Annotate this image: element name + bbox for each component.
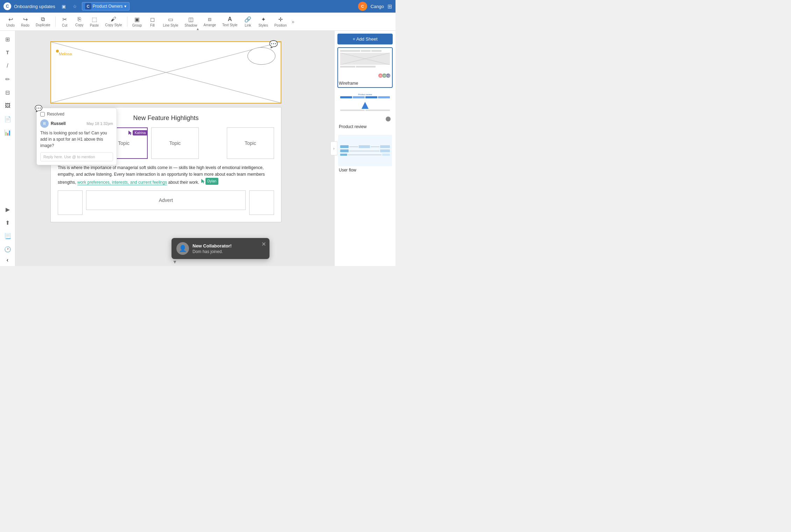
collapse-right-button[interactable]: › [330, 141, 337, 155]
sidebar-history-icon[interactable]: 🕐 [2, 244, 13, 255]
comment-timestamp: May 18 1:32pm [86, 121, 113, 126]
sidebar-grid-icon[interactable]: ⊟ [2, 87, 13, 98]
sidebar-layers-icon[interactable]: ⊞ [2, 34, 13, 45]
notification-text: New Collaborator! Dom has joined. [192, 243, 265, 254]
comment-popup: 💬 Resolved R Russell May 18 1:32pm This … [36, 108, 117, 165]
image-ellipse [247, 47, 275, 65]
undo-icon: ↩ [8, 16, 13, 23]
comment-author-name: Russell [51, 121, 66, 126]
dylan-cursor-arrow [201, 179, 205, 184]
comment-reply-input[interactable]: Reply here. Use @ to mention [40, 152, 113, 161]
sidebar-pen-icon[interactable]: ✏ [2, 74, 13, 85]
link-icon: 🔗 [244, 16, 251, 23]
sidebar-export-icon[interactable]: ⬆ [2, 217, 13, 228]
redo-button[interactable]: ↪ Redo [18, 15, 32, 29]
bottom-content-row: Advert [58, 190, 274, 215]
position-button[interactable]: ✛ Position [272, 15, 290, 29]
group-button[interactable]: ▣ Group [130, 15, 145, 29]
sheet-thumb-user-flow[interactable]: User flow [337, 134, 393, 175]
toolbar: ↩ Undo ↪ Redo ⧉ Duplicate ✂ Cut ⎘ Copy ⬚… [0, 13, 396, 31]
topic-1-label: Topic [118, 140, 130, 146]
topic-box-3[interactable]: Topic [227, 127, 274, 159]
feature-text-after: about their work. [167, 180, 199, 185]
line-style-button[interactable]: ▭ Line Style [160, 15, 181, 29]
feature-text-highlight: work preferences, interests, and current… [77, 180, 167, 185]
topic-3-label: Topic [245, 140, 256, 146]
topic-2-label: Topic [169, 140, 181, 146]
sidebar-chart-icon[interactable]: 📊 [2, 127, 13, 138]
user-avatar[interactable]: C [358, 2, 367, 11]
new-collaborator-notification: 👤 New Collaborator! Dom has joined. ✕ [172, 238, 270, 259]
copy-icon: ⎘ [78, 16, 81, 22]
team-selector[interactable]: C Product Owners ▾ [82, 2, 130, 10]
canvas-bottom-chevron[interactable]: ▼ [173, 259, 177, 265]
team-caret: ▾ [124, 4, 126, 9]
username: Cango [371, 4, 384, 9]
link-button[interactable]: 🔗 Link [241, 15, 255, 29]
share-icon[interactable]: ▣ [59, 2, 68, 10]
left-side-column [58, 190, 83, 215]
fill-button[interactable]: ◻ Fill [145, 15, 159, 29]
arrange-button[interactable]: ⧇ Arrange [201, 15, 219, 28]
cut-button[interactable]: ✂ Cut [58, 15, 72, 29]
sidebar-page-icon[interactable]: 📃 [2, 230, 13, 241]
toolbar-more-button[interactable]: » [290, 18, 296, 26]
team-name: Product Owners [93, 4, 123, 9]
app-logo[interactable]: C [4, 2, 11, 10]
sidebar-play-icon[interactable]: ▶ [2, 204, 13, 215]
wireframe-thumbnail-image: A B +2 [338, 48, 392, 79]
sheet-thumb-wireframe[interactable]: A B +2 Wireframe [337, 47, 393, 88]
arrange-label: Arrange [204, 23, 216, 27]
add-sheet-button[interactable]: + Add Sheet [337, 34, 393, 44]
notification-close-button[interactable]: ✕ [261, 241, 266, 247]
toolbar-collapse-chevron[interactable]: ▲ [194, 27, 201, 30]
sidebar-line-icon[interactable]: / [2, 60, 13, 71]
canvas-area[interactable]: 💬 Melissa New Feature Highlights [15, 31, 334, 266]
svg-marker-2 [128, 131, 132, 135]
sidebar-text-icon[interactable]: T [2, 47, 13, 58]
text-style-button[interactable]: A Text Style [219, 15, 240, 28]
redo-label: Redo [21, 23, 29, 27]
undo-button[interactable]: ↩ Undo [4, 15, 18, 29]
fill-icon: ◻ [150, 16, 155, 23]
sidebar-image-icon[interactable]: 🖼 [2, 100, 13, 111]
styles-label: Styles [258, 23, 268, 27]
shadow-button[interactable]: ◫ Shadow [182, 15, 200, 29]
copy-button[interactable]: ⎘ Copy [72, 15, 86, 28]
topic-box-2[interactable]: Topic [151, 127, 198, 159]
user-flow-sheet-label: User flow [338, 166, 392, 174]
katrina-cursor: Katrina [128, 130, 148, 135]
group-icon: ▣ [134, 16, 140, 23]
copy-style-button[interactable]: 🖌 Copy Style [102, 15, 125, 28]
right-side-column [249, 190, 274, 215]
resolved-checkbox[interactable] [40, 112, 45, 117]
duplicate-button[interactable]: ⧉ Duplicate [33, 15, 53, 28]
copy-style-label: Copy Style [105, 23, 122, 27]
position-icon: ✛ [278, 16, 283, 23]
katrina-cursor-arrow [128, 131, 132, 135]
katrina-badge: Katrina [133, 130, 148, 135]
wireframe-image-box[interactable]: Melissa [50, 41, 281, 104]
comment-icon-wireframe[interactable]: 💬 [269, 40, 278, 48]
star-icon[interactable]: ☆ [71, 2, 79, 10]
right-panel: › + Add Sheet [334, 31, 396, 266]
notification-subtitle: Dom has joined. [192, 249, 265, 254]
product-review-thumbnail-image: Product review [338, 91, 392, 123]
feature-text: This is where the importance of manageri… [58, 164, 274, 186]
comment-resolved-row: Resolved [40, 112, 113, 117]
apps-grid-icon[interactable]: ⊞ [387, 3, 392, 10]
line-style-label: Line Style [163, 23, 178, 27]
sidebar-note-icon[interactable]: 📄 [2, 113, 13, 125]
styles-button[interactable]: ✦ Styles [255, 15, 271, 29]
left-sidebar: ⊞ T / ✏ ⊟ 🖼 📄 📊 ▶ ⬆ 📃 🕐 ‹ [0, 31, 15, 266]
sheet-thumb-product-review[interactable]: Product review [337, 91, 393, 131]
product-review-avatar [386, 117, 391, 121]
paste-button[interactable]: ⬚ Paste [87, 15, 102, 29]
comment-author-avatar: R [40, 119, 49, 128]
collapse-left-button[interactable]: ‹ [7, 257, 8, 263]
wireframe-x-svg [51, 42, 281, 103]
wf-x-lines-thumb [340, 53, 390, 65]
text-style-label: Text Style [222, 23, 237, 27]
wireframe-sheet-label: Wireframe [338, 79, 392, 87]
header: C Onboarding updates ▣ ☆ C Product Owner… [0, 0, 396, 13]
